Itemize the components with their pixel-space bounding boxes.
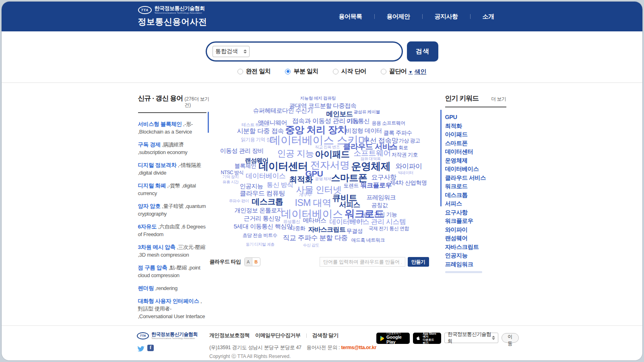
new-terms-more-link[interactable]: 더 보기 <box>194 96 209 103</box>
cloud-word-input[interactable] <box>320 257 405 267</box>
cloud-word[interactable]: 데이터베이스 <box>246 173 286 179</box>
cloud-word[interactable]: 개인정보 온톨로지 <box>235 207 283 213</box>
cloud-word[interactable]: 공칭값 <box>372 202 388 208</box>
cloud-word[interactable]: 슈퍼헤테로다인 수신기 <box>253 107 313 113</box>
match-option-4[interactable]: 끝단어 <box>381 68 407 75</box>
radio-icon[interactable] <box>285 69 291 74</box>
cloud-word[interactable]: 메인보드 <box>326 111 353 117</box>
cloud-word[interactable]: 무결성 <box>347 228 363 234</box>
cloud-word[interactable]: 테스트 하네스 <box>242 123 268 127</box>
new-term-link[interactable]: 서비스형 블록체인 <box>138 121 182 127</box>
nav-item-1[interactable]: 용어목록 <box>327 13 374 21</box>
app-store-badge[interactable]: App Store에서 다운로드 하기 <box>413 333 441 344</box>
popular-keyword-link[interactable]: 요구사항 <box>445 208 506 217</box>
new-terms-scrollbar[interactable] <box>208 112 209 133</box>
cloud-word[interactable]: 국제 전기 통신 연합 <box>369 226 409 231</box>
cloud-word[interactable]: 클라우드 컴퓨팅 <box>240 190 285 197</box>
new-term-link[interactable]: 6자유도 <box>138 224 157 230</box>
cloud-word[interactable]: 초당 전송 비트수 <box>243 233 277 238</box>
cloud-word[interactable]: 인공 지능 <box>277 149 314 158</box>
popular-keyword-link[interactable]: 스마트폰 <box>445 139 506 148</box>
cloud-word[interactable]: 비정형 데이터 <box>346 128 382 134</box>
site-title[interactable]: 정보통신용어사전 <box>138 16 207 27</box>
cloud-word[interactable]: 기억 장치 <box>223 175 239 179</box>
cloud-word[interactable]: ISM 대역 <box>295 198 331 208</box>
go-button[interactable]: 이동 <box>502 333 519 343</box>
match-option-3[interactable]: 시작 단어 <box>333 68 366 75</box>
cloud-word[interactable]: 시분할 다중 접속 <box>237 128 284 134</box>
cloud-word[interactable]: 다중화 <box>290 226 305 231</box>
nav-item-4[interactable]: 소개 <box>471 13 506 21</box>
cloud-word[interactable]: 이동성 관리 장비 <box>220 148 264 154</box>
cloud-word[interactable]: 아이패드 <box>315 150 350 159</box>
new-term-link[interactable]: 대화형 사용자 인터페이스 <box>138 298 199 304</box>
family-site-select[interactable]: 한국정보통신기술협회 <box>444 333 498 343</box>
cloud-word[interactable]: 중앙 처리 장치 <box>285 125 347 135</box>
cloud-word[interactable]: 개구수 <box>299 193 312 197</box>
cloud-word[interactable]: 서피스 <box>339 201 361 208</box>
popular-keyword-link[interactable]: 아이패드 <box>445 130 506 139</box>
search-widget-link[interactable]: 검색창 달기 <box>312 332 339 339</box>
cloud-word[interactable]: 이동통신 <box>347 118 370 124</box>
cloud-word[interactable]: 메타버스 <box>303 217 326 223</box>
nav-item-2[interactable]: 용어제안 <box>375 13 422 21</box>
cloud-word[interactable]: 프레임워크 <box>367 194 396 200</box>
cloud-word[interactable]: 직교 진폭 변조 <box>315 145 340 149</box>
cloud-word[interactable]: 와이파이 <box>396 163 422 170</box>
popular-keyword-link[interactable]: 데스크톱 <box>445 191 506 200</box>
cloud-word[interactable]: 클록 주파수 <box>384 130 412 136</box>
popular-keyword-link[interactable]: 워크플로우 <box>445 217 506 226</box>
cloud-word[interactable]: 동기 디지털 계층 <box>246 243 275 247</box>
cloud-word[interactable]: 가상 광고 <box>399 138 420 143</box>
new-term-link[interactable]: 디지털 화폐 <box>138 183 166 189</box>
cloud-make-button[interactable]: 만들기 <box>408 257 429 267</box>
google-play-badge[interactable]: 다운로드하기 Google Play <box>376 333 410 344</box>
popular-keyword-link[interactable]: 데이터센터 <box>445 148 506 156</box>
cloud-word[interactable]: 애드혹 네트워크 <box>351 238 385 243</box>
popular-keyword-link[interactable]: 서피스 <box>445 200 506 208</box>
match-option-1[interactable]: 완전 일치 <box>237 68 271 75</box>
cloud-word[interactable]: 스마트폰 <box>331 173 367 183</box>
search-input[interactable] <box>254 45 396 58</box>
cloud-word[interactable]: 주파수 편이 <box>229 199 249 203</box>
cloud-type-b-button[interactable]: B <box>252 258 260 266</box>
cloud-word[interactable]: 데스크톱 <box>252 197 283 206</box>
search-scope-select[interactable]: 통합검색 <box>213 46 250 57</box>
index-link[interactable]: ▼ 색인 <box>409 68 427 76</box>
cloud-word[interactable]: 유휴 시간 <box>223 180 239 184</box>
site-logo[interactable]: TTA 한국정보통신기술협회 Telecommunications Techno… <box>138 6 207 27</box>
cloud-word[interactable]: 운영 체제 <box>315 177 331 181</box>
cloud-word[interactable]: 5세대 이동통신 핵심망 <box>234 223 293 229</box>
cloud-word[interactable]: 광섬유 케이블 <box>354 110 380 114</box>
twitter-icon[interactable] <box>137 345 144 354</box>
cloud-word[interactable]: 데이터베이스 관리 시스템 <box>330 218 406 225</box>
cloud-word[interactable]: 소프트웨어 <box>354 149 391 157</box>
cloud-word[interactable]: 워크플로우 <box>361 182 392 189</box>
new-term-link[interactable]: 디지털 정보격차 <box>138 162 177 168</box>
cloud-word[interactable]: 지능형 에지 컴퓨팅 <box>300 96 336 101</box>
new-term-link[interactable]: 렌더링 <box>138 285 154 291</box>
cloud-word[interactable]: 집적 회로 <box>388 145 408 150</box>
cloud-word[interactable]: 저작권 기호 <box>392 152 418 157</box>
popular-keyword-link[interactable]: 운영체제 <box>445 156 506 165</box>
new-term-link[interactable]: 구독 경제 <box>138 142 161 148</box>
popular-keyword-link[interactable]: 워크로드 <box>445 182 506 191</box>
popular-keyword-link[interactable]: 자바스크립트 <box>445 243 506 252</box>
nav-item-3[interactable]: 공지사항 <box>423 13 470 21</box>
new-term-link[interactable]: 점 구름 압축 <box>138 265 167 271</box>
facebook-icon[interactable]: f <box>147 345 154 351</box>
contact-email-link[interactable]: terms@tta.or.kr <box>341 345 376 350</box>
cloud-word[interactable]: 데이터센터 <box>259 161 308 171</box>
cloud-type-a-button[interactable]: A <box>245 258 252 266</box>
radio-icon[interactable] <box>237 69 243 74</box>
cloud-word[interactable]: 응용 소프트웨어 <box>372 121 405 125</box>
popular-keyword-link[interactable]: 최적화 <box>445 122 506 131</box>
cloud-word[interactable]: 제4차 산업혁명 <box>390 180 427 185</box>
radio-icon[interactable] <box>333 69 339 74</box>
popular-keyword-link[interactable]: 와이파이 <box>445 226 506 234</box>
privacy-policy-link[interactable]: 개인정보보호정책 <box>209 332 250 339</box>
cloud-word[interactable]: 세션 관리 기능 <box>362 212 397 217</box>
cloud-word[interactable]: 토렌트 <box>344 183 359 188</box>
popular-keyword-link[interactable]: 데이터베이스 <box>445 165 506 174</box>
cloud-word[interactable]: 운영체제 <box>351 161 391 171</box>
